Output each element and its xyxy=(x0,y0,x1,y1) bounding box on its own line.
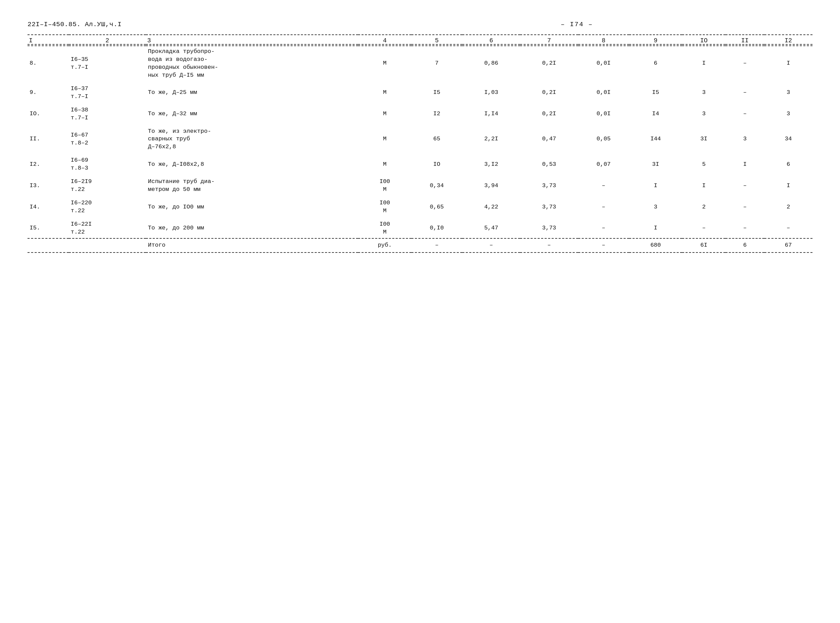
cell-3: I00 М xyxy=(358,219,411,238)
cell-4: I2 xyxy=(411,104,462,124)
cell-7: 0,0I xyxy=(578,46,629,81)
cell-10: – xyxy=(725,104,764,124)
cell-10: – xyxy=(725,46,764,81)
cell-3: М xyxy=(358,104,411,124)
cell-5: I,03 xyxy=(462,83,520,103)
cell-8: I5 xyxy=(629,83,682,103)
cell-4: 0,65 xyxy=(411,198,462,217)
col1-header: I xyxy=(28,35,69,44)
col6-header: 6 xyxy=(462,35,520,44)
cell-5: 4,22 xyxy=(462,198,520,217)
cell-0: I2. xyxy=(28,155,69,174)
total-cell-1 xyxy=(69,238,146,253)
cell-9: 5 xyxy=(682,155,725,174)
total-cell-10: 6 xyxy=(725,238,764,253)
cell-7: 0,05 xyxy=(578,126,629,153)
cell-2: Прокладка трубопро- вода из водогазо- пр… xyxy=(146,46,358,81)
cell-0: IO. xyxy=(28,104,69,124)
cell-6: 0,2I xyxy=(520,83,578,103)
total-cell-5: – xyxy=(462,238,520,253)
table-row: II.I6–67 т.8–2То же, из электро- сварных… xyxy=(28,126,812,153)
cell-7: 0,0I xyxy=(578,104,629,124)
cell-4: 7 xyxy=(411,46,462,81)
table-row: I3.I6–2I9 т.22Испытание труб диа- метром… xyxy=(28,176,812,195)
total-cell-6: – xyxy=(520,238,578,253)
cell-6: 0,2I xyxy=(520,46,578,81)
total-row: Итогоруб.––––6806I667 xyxy=(28,238,812,253)
main-table-container: I 2 3 4 5 6 7 8 9 IO II I2 8.I6–35 т.7–I… xyxy=(28,34,812,253)
cell-10: – xyxy=(725,83,764,103)
cell-1: I6–69 т.8–3 xyxy=(69,155,146,174)
cell-1: I6–37 т.7–I xyxy=(69,83,146,103)
cell-0: I3. xyxy=(28,176,69,195)
table-row: 8.I6–35 т.7–IПрокладка трубопро- вода из… xyxy=(28,46,812,81)
cell-9: I xyxy=(682,176,725,195)
cell-10: – xyxy=(725,198,764,217)
header-center: – I74 – xyxy=(561,21,593,28)
table-row: I5.I6–22I т.22То же, до 200 ммI00 М0,I05… xyxy=(28,219,812,238)
cell-11: 34 xyxy=(764,126,812,153)
table-row: I2.I6–69 т.8–3То же, Д–I08х2,8МIO3,I20,5… xyxy=(28,155,812,174)
cell-4: 0,I0 xyxy=(411,219,462,238)
cell-6: 0,47 xyxy=(520,126,578,153)
cell-2: То же, из электро- сварных труб Д–76х2,8 xyxy=(146,126,358,153)
cell-9: 3 xyxy=(682,104,725,124)
cell-2: Испытание труб диа- метром до 50 мм xyxy=(146,176,358,195)
cell-9: 2 xyxy=(682,198,725,217)
table-row: 9.I6–37 т.7–IТо же, Д–25 ммМI5I,030,2I0,… xyxy=(28,83,812,103)
cell-10: 3 xyxy=(725,126,764,153)
cell-10: – xyxy=(725,176,764,195)
header-line: 22I–I–450.85. Ал.УШ,ч.I – I74 – xyxy=(28,21,812,28)
cell-11: I xyxy=(764,176,812,195)
cell-7: – xyxy=(578,176,629,195)
cell-6: 0,53 xyxy=(520,155,578,174)
cell-10: – xyxy=(725,219,764,238)
cell-11: 2 xyxy=(764,198,812,217)
cell-8: 3 xyxy=(629,198,682,217)
col2-header: 2 xyxy=(69,35,146,44)
cell-4: 65 xyxy=(411,126,462,153)
cell-3: М xyxy=(358,83,411,103)
cell-3: М xyxy=(358,126,411,153)
cell-4: 0,34 xyxy=(411,176,462,195)
cell-5: 5,47 xyxy=(462,219,520,238)
cell-3: М xyxy=(358,155,411,174)
col3-header: 3 xyxy=(146,35,358,44)
cell-9: 3 xyxy=(682,83,725,103)
cell-3: I00 М xyxy=(358,176,411,195)
table-row: I4.I6–220 т.22То же, до IO0 ммI00 М0,654… xyxy=(28,198,812,217)
cell-9: – xyxy=(682,219,725,238)
cell-11: 3 xyxy=(764,104,812,124)
cell-1: I6–22I т.22 xyxy=(69,219,146,238)
cell-0: I5. xyxy=(28,219,69,238)
cell-8: I xyxy=(629,176,682,195)
cell-6: 3,73 xyxy=(520,198,578,217)
cell-5: 3,94 xyxy=(462,176,520,195)
table-row: IO.I6–38 т.7–IТо же, Д–32 ммМI2I,I40,2I0… xyxy=(28,104,812,124)
cell-2: То же, Д–25 мм xyxy=(146,83,358,103)
col12-header: I2 xyxy=(764,35,812,44)
col7-header: 7 xyxy=(520,35,578,44)
cell-0: I4. xyxy=(28,198,69,217)
cell-0: II. xyxy=(28,126,69,153)
cell-8: 6 xyxy=(629,46,682,81)
cell-9: I xyxy=(682,46,725,81)
header-left: 22I–I–450.85. Ал.УШ,ч.I xyxy=(28,21,122,28)
cell-8: I4 xyxy=(629,104,682,124)
cell-11: 6 xyxy=(764,155,812,174)
col5-header: 5 xyxy=(411,35,462,44)
cell-3: М xyxy=(358,46,411,81)
cell-4: IO xyxy=(411,155,462,174)
cell-0: 8. xyxy=(28,46,69,81)
cell-1: I6–35 т.7–I xyxy=(69,46,146,81)
total-cell-4: – xyxy=(411,238,462,253)
cell-2: То же, Д–32 мм xyxy=(146,104,358,124)
cell-4: I5 xyxy=(411,83,462,103)
col9-header: 9 xyxy=(629,35,682,44)
cell-6: 3,73 xyxy=(520,219,578,238)
col8-header: 8 xyxy=(578,35,629,44)
cell-11: I xyxy=(764,46,812,81)
cell-1: I6–67 т.8–2 xyxy=(69,126,146,153)
cell-6: 3,73 xyxy=(520,176,578,195)
cell-2: То же, Д–I08х2,8 xyxy=(146,155,358,174)
